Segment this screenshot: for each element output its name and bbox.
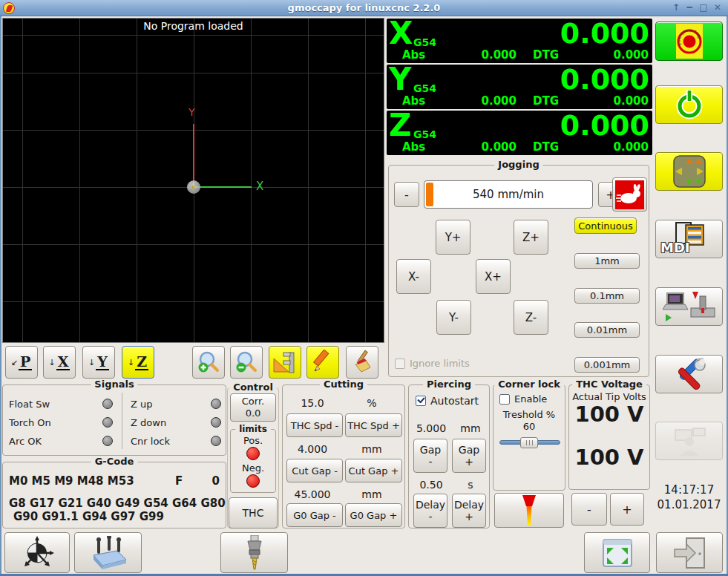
pierce-gap-minus-button[interactable]: Gap - bbox=[413, 439, 447, 473]
x-axis-line bbox=[194, 186, 252, 188]
view-y-button[interactable]: ↓ Y bbox=[82, 346, 115, 379]
window-title: gmoccapy for linuxcnc 2.2.0 bbox=[0, 2, 728, 13]
view-x-arrow-icon: ↓ bbox=[49, 358, 56, 367]
cutting-panel: Cutting 15.0 % THC Spd - THC Spd + 4.000… bbox=[282, 384, 405, 528]
jog-x-minus-button[interactable]: X- bbox=[396, 259, 431, 294]
thc-voltage-plus-button[interactable]: + bbox=[610, 493, 644, 526]
correction-display[interactable]: Corr. 0.0 bbox=[230, 393, 276, 422]
maximize-icon[interactable]: □ bbox=[698, 1, 709, 13]
clear-plot-button[interactable] bbox=[346, 346, 378, 379]
jog-y-plus-button[interactable]: Y+ bbox=[436, 220, 470, 255]
jog-speed-decrease-button[interactable]: - bbox=[394, 182, 419, 207]
close-icon[interactable]: ✕ bbox=[712, 1, 724, 13]
settings-button[interactable] bbox=[655, 355, 723, 393]
threshold-slider-handle[interactable] bbox=[520, 437, 538, 448]
dro-axis-x[interactable]: X G54 0.000 Abs 0.000 DTG 0.000 bbox=[387, 19, 652, 63]
dimensions-button[interactable] bbox=[269, 346, 301, 379]
view-p-label: P bbox=[19, 354, 32, 370]
pierce-delay-plus-button[interactable]: Delay + bbox=[452, 494, 486, 528]
thc-voltage-panel: THC Voltage Actual Tip Volts 100 V 100 V bbox=[568, 384, 650, 490]
cutting-title: Cutting bbox=[320, 379, 367, 390]
touch-plate-button[interactable] bbox=[74, 532, 142, 573]
dro-z-abs-value: 0.000 bbox=[453, 140, 517, 154]
g0-gap-minus-button[interactable]: G0 Gap - bbox=[286, 503, 343, 527]
limits-pos-led bbox=[246, 447, 260, 460]
view-z-button[interactable]: ↓ Z bbox=[122, 346, 154, 379]
piercing-title: Piercing bbox=[423, 379, 475, 390]
pierce-gap-plus-sign: + bbox=[465, 456, 473, 468]
cut-gap-minus-button[interactable]: Cut Gap - bbox=[286, 459, 343, 482]
pierce-gap-unit: mm bbox=[455, 422, 486, 434]
pierce-delay-value: 0.50 bbox=[412, 479, 450, 491]
clock-date: 01.01.2017 bbox=[655, 497, 723, 512]
view-p-button[interactable]: ↙ P bbox=[5, 346, 38, 379]
thc-speed-minus-button[interactable]: THC Spd - bbox=[286, 413, 343, 437]
shade-icon[interactable]: ↑ bbox=[670, 1, 682, 13]
increment-1mm-button[interactable]: 1mm bbox=[574, 253, 640, 269]
turtle-rabbit-toggle-button[interactable] bbox=[612, 177, 647, 212]
manual-mode-button[interactable] bbox=[655, 152, 723, 191]
draw-button[interactable] bbox=[306, 346, 339, 379]
jog-z-plus-button[interactable]: Z+ bbox=[514, 220, 548, 255]
signal-torch-on-label: Torch On bbox=[9, 417, 51, 428]
dro-axis-z[interactable]: Z G54 0.000 Abs 0.000 DTG 0.000 bbox=[387, 111, 652, 155]
tool-measure-button[interactable] bbox=[220, 532, 288, 573]
thc-button[interactable]: THC bbox=[229, 497, 278, 528]
pierce-delay-unit: s bbox=[455, 479, 486, 491]
increment-continuous-button[interactable]: Continuous bbox=[574, 217, 637, 234]
jog-x-plus-button[interactable]: X+ bbox=[476, 259, 511, 294]
pierce-gap-plus-button[interactable]: Gap + bbox=[452, 439, 486, 473]
thc-speed-value: 15.0 bbox=[290, 397, 335, 409]
dro-z-dtg-label: DTG bbox=[533, 140, 559, 154]
minimize-icon[interactable]: ━ bbox=[683, 1, 695, 13]
user-settings-button[interactable] bbox=[655, 422, 723, 460]
mdi-mode-button[interactable]: MDI bbox=[655, 220, 723, 258]
thc-voltage-minus-button[interactable]: - bbox=[571, 493, 607, 526]
view-x-button[interactable]: ↓ X bbox=[43, 346, 76, 379]
increment-0-1mm-button[interactable]: 0.1mm bbox=[574, 288, 640, 304]
torch-button[interactable] bbox=[494, 493, 564, 528]
jog-speed-bar[interactable]: 540 mm/min bbox=[424, 180, 593, 209]
signals-divider bbox=[122, 393, 122, 449]
machine-on-button[interactable] bbox=[655, 85, 723, 124]
emergency-stop-icon: Emergency-Stop bbox=[668, 24, 711, 59]
touch-off-button[interactable] bbox=[4, 532, 70, 573]
thc-speed-plus-button[interactable]: THC Spd + bbox=[345, 413, 402, 437]
pierce-delay-minus-button[interactable]: Delay - bbox=[413, 494, 447, 528]
zoom-in-button[interactable] bbox=[192, 346, 225, 379]
corner-lock-enable-checkbox[interactable] bbox=[499, 394, 510, 405]
ignore-limits-checkbox[interactable] bbox=[395, 359, 405, 369]
power-icon bbox=[673, 88, 706, 121]
gremlin-preview[interactable]: No Program loaded Y X bbox=[2, 18, 384, 343]
jog-z-minus-button[interactable]: Z- bbox=[514, 300, 548, 335]
auto-mode-button[interactable] bbox=[655, 287, 723, 326]
control-title: Control bbox=[229, 382, 277, 393]
gcode-m-codes: M0 M5 M9 M48 M53 bbox=[9, 474, 134, 488]
dro-y-dtg-value: 0.000 bbox=[614, 94, 649, 108]
exit-button[interactable] bbox=[656, 532, 723, 573]
signal-arc-ok-label: Arc OK bbox=[9, 436, 42, 447]
increment-0-001mm-button[interactable]: 0.001mm bbox=[574, 357, 640, 373]
zoom-out-button[interactable] bbox=[230, 346, 263, 379]
dro-x-letter: X bbox=[389, 19, 413, 48]
dro-axis-y[interactable]: Y G54 0.000 Abs 0.000 DTG 0.000 bbox=[387, 65, 652, 109]
view-z-arrow-icon: ↓ bbox=[128, 358, 134, 367]
fullscreen-button[interactable] bbox=[584, 532, 650, 573]
pierce-delay-plus-sign: + bbox=[465, 511, 473, 523]
emergency-stop-button[interactable]: Emergency-Stop bbox=[655, 22, 723, 61]
y-axis-label: Y bbox=[188, 106, 195, 118]
view-y-arrow-icon: ↓ bbox=[88, 358, 95, 367]
pierce-delay-minus-sign: - bbox=[428, 511, 432, 523]
g0-gap-plus-button[interactable]: G0 Gap + bbox=[345, 503, 402, 527]
autostart-checkbox[interactable] bbox=[416, 396, 426, 406]
mdi-label: MDI bbox=[660, 240, 690, 255]
cut-gap-unit: mm bbox=[353, 443, 390, 455]
jog-y-minus-button[interactable]: Y- bbox=[436, 300, 471, 335]
limits-neg-label: Neg. bbox=[231, 462, 275, 474]
signal-float-sw-led bbox=[102, 399, 113, 409]
increment-0-01mm-button[interactable]: 0.01mm bbox=[574, 322, 640, 338]
titlebar: gmoccapy for linuxcnc 2.2.0 ↑ ━ □ ✕ bbox=[0, 0, 728, 16]
cut-gap-plus-button[interactable]: Cut Gap + bbox=[345, 459, 402, 482]
gmoccapy-window: gmoccapy for linuxcnc 2.2.0 ↑ ━ □ ✕ No P… bbox=[0, 0, 728, 576]
ignore-limits-label: Ignore limits bbox=[410, 358, 470, 369]
